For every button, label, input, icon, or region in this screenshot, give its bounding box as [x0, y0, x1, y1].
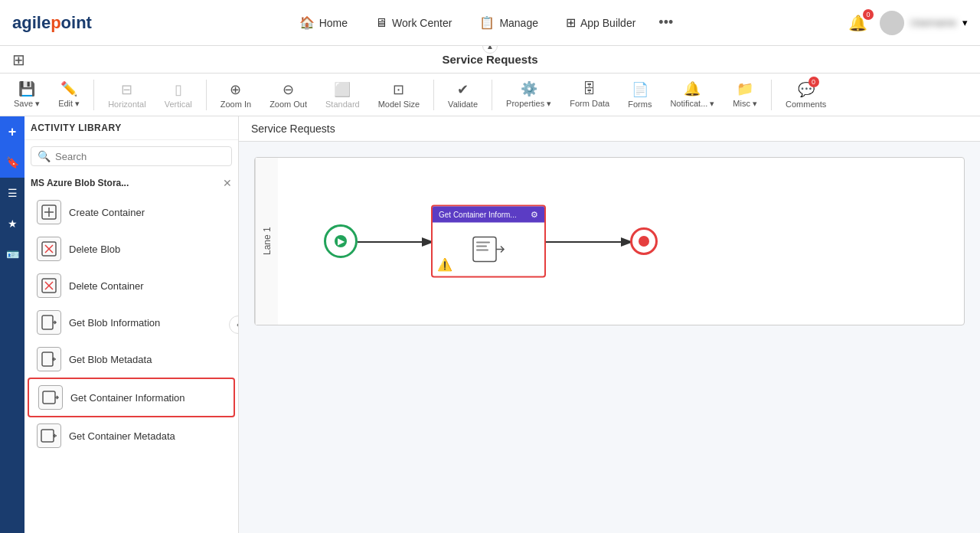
zoom-out-icon: ⊖ [283, 81, 294, 98]
toolbar-zoom-out[interactable]: ⊖ Zoom Out [262, 78, 315, 112]
lane-label: Lane 1 [255, 158, 278, 325]
toolbar-horizontal: ⊟ Horizontal [100, 78, 154, 112]
model-size-label: Model Size [378, 100, 420, 109]
activity-library-sidebar: ACTIVITY LIBRARY 🔍 MS Azure Blob Stora..… [24, 116, 239, 533]
activity-node-header: Get Container Inform... ⚙ [433, 207, 544, 223]
home-icon: 🏠 [299, 15, 315, 30]
separator-1 [93, 80, 94, 110]
star-icon: ★ [8, 217, 18, 230]
get-blob-info-icon [37, 310, 61, 335]
toolbar-properties[interactable]: ⚙️ Properties ▾ [498, 77, 559, 112]
validate-label: Validate [448, 100, 478, 109]
comments-label: Comments [786, 100, 826, 109]
category-close-button[interactable]: ✕ [223, 177, 232, 189]
form-data-icon: 🗄 [583, 81, 596, 97]
gear-icon[interactable]: ⚙ [531, 210, 538, 220]
delete-blob-label: Delete Blob [69, 244, 120, 255]
sidebar-id-button[interactable]: 🪪 [0, 239, 24, 270]
zoom-in-icon: ⊕ [230, 81, 241, 98]
canvas-content[interactable]: Lane 1 ▶ [239, 142, 980, 528]
lib-item-create-container[interactable]: Create Container [28, 194, 235, 231]
canvas-area: Service Requests Lane 1 ▶ [239, 116, 980, 533]
nav-app-builder-label: App Builder [580, 17, 635, 29]
forms-icon: 📄 [632, 81, 648, 98]
toolbar-zoom-in[interactable]: ⊕ Zoom In [213, 78, 259, 112]
sidebar-activity-button[interactable]: 🔖 [0, 147, 24, 178]
toolbar-form-data[interactable]: 🗄 Form Data [562, 78, 617, 111]
toolbar-save[interactable]: 💾 Save ▾ [6, 77, 47, 112]
comments-badge: 0 [808, 77, 819, 87]
more-options-button[interactable]: ••• [652, 11, 679, 34]
notifications-button[interactable]: 🔔 0 [845, 11, 871, 35]
standard-icon: ⬜ [334, 81, 351, 98]
svg-rect-21 [476, 242, 490, 244]
svg-rect-22 [476, 246, 487, 247]
svg-rect-23 [476, 250, 488, 251]
nav-work-center[interactable]: 🖥 Work Center [364, 10, 462, 36]
svg-rect-15 [41, 430, 54, 442]
search-input[interactable] [55, 151, 225, 162]
nav-home-label: Home [319, 17, 348, 29]
forms-label: Forms [628, 100, 652, 109]
category-title: MS Azure Blob Stora... [31, 178, 129, 188]
save-label: Save ▾ [14, 99, 40, 109]
id-icon: 🪪 [6, 248, 19, 260]
svg-rect-11 [42, 352, 53, 366]
sidebar-header: ACTIVITY LIBRARY [24, 116, 238, 140]
activity-node-title: Get Container Inform... [439, 211, 517, 219]
get-container-info-icon [38, 385, 63, 410]
separator-2 [206, 80, 207, 110]
delete-container-icon [37, 273, 61, 298]
lib-item-get-blob-meta[interactable]: Get Blob Metadata [28, 341, 235, 378]
grid-view-button[interactable]: ⊞ [12, 51, 25, 69]
comments-icon: 💬 0 [798, 81, 815, 98]
sidebar-content: Create Container Delete Blob Delete Cont… [24, 194, 238, 533]
lib-item-delete-blob[interactable]: Delete Blob [28, 231, 235, 267]
get-blob-info-label: Get Blob Information [69, 317, 160, 329]
nav-home[interactable]: 🏠 Home [289, 9, 358, 36]
sidebar-fav-button[interactable]: ★ [0, 208, 24, 239]
flow-end-node[interactable] [630, 227, 658, 255]
toolbar-edit[interactable]: ✏️ Edit ▾ [51, 77, 87, 112]
flow-start-node[interactable]: ▶ [324, 224, 358, 258]
vertical-label: Vertical [165, 100, 192, 109]
separator-3 [433, 80, 434, 110]
toolbar-misc[interactable]: 📁 Misc ▾ [725, 77, 765, 112]
nav-right: 🔔 0 Username ▾ [845, 11, 968, 35]
sidebar-add-button[interactable]: + [0, 116, 24, 147]
connectors-svg [278, 158, 964, 325]
lib-item-get-container-meta[interactable]: Get Container Metadata [28, 417, 235, 454]
toolbar-comments[interactable]: 💬 0 Comments [778, 78, 834, 112]
sidebar-icon-strip: + 🔖 ☰ ★ 🪪 [0, 116, 24, 533]
get-blob-meta-icon [37, 347, 61, 371]
properties-icon: ⚙️ [521, 80, 537, 97]
nav-app-builder[interactable]: ⊞ App Builder [555, 9, 646, 36]
delete-blob-icon [37, 237, 61, 261]
misc-label: Misc ▾ [733, 99, 757, 109]
user-avatar [880, 11, 904, 35]
sidebar-list-button[interactable]: ☰ [0, 178, 24, 208]
activity-node[interactable]: Get Container Inform... ⚙ [431, 205, 546, 278]
toolbar-notifications[interactable]: 🔔 Notificat... ▾ [662, 77, 722, 112]
nav-manage[interactable]: 📋 Manage [469, 9, 549, 36]
zoom-out-label: Zoom Out [270, 100, 307, 109]
toolbar-forms[interactable]: 📄 Forms [620, 78, 659, 112]
secondary-title: Service Requests [442, 53, 537, 66]
lib-item-get-blob-info[interactable]: Get Blob Information [28, 304, 235, 341]
bookmark-icon: 🔖 [6, 156, 19, 168]
category-header: MS Azure Blob Stora... ✕ [24, 172, 238, 194]
model-size-icon: ⊡ [393, 81, 404, 98]
lane-1: Lane 1 ▶ [254, 157, 965, 325]
validate-icon: ✔ [457, 81, 469, 98]
toolbar-model-size[interactable]: ⊡ Model Size [371, 78, 427, 112]
user-area[interactable]: Username ▾ [880, 11, 968, 35]
lib-item-get-container-info[interactable]: Get Container Information [28, 378, 235, 417]
form-data-label: Form Data [570, 99, 609, 108]
edit-icon: ✏️ [60, 80, 77, 97]
warning-icon: ⚠️ [437, 257, 452, 272]
get-container-info-label: Get Container Information [70, 392, 185, 404]
canvas-title: Service Requests [251, 123, 335, 135]
lib-item-delete-container[interactable]: Delete Container [28, 267, 235, 304]
start-icon: ▶ [335, 235, 347, 247]
toolbar-validate[interactable]: ✔ Validate [440, 78, 485, 112]
